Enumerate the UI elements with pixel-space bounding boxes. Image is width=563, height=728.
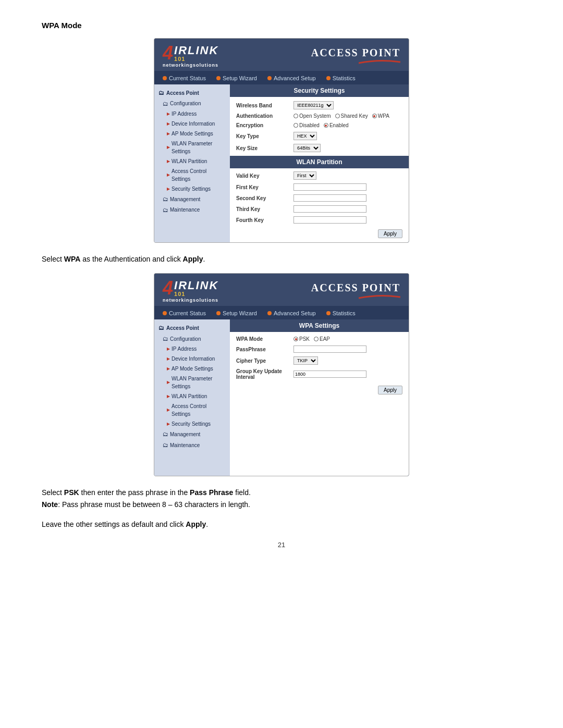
radio-circle-open bbox=[293, 114, 298, 118]
bold-wpa: WPA bbox=[64, 255, 81, 263]
header-right-2: Access Point bbox=[311, 282, 400, 300]
input-second-key[interactable] bbox=[293, 194, 366, 202]
bold-apply-3: Apply bbox=[186, 520, 206, 528]
sidebar-access-control-2[interactable]: ▶ Access Control Settings bbox=[154, 401, 230, 419]
radio-shared-key[interactable]: Shared Key bbox=[335, 113, 368, 119]
sidebar-access-point-2[interactable]: 🗂 Access Point bbox=[154, 323, 230, 334]
sidebar-wlan-params-1[interactable]: ▶ WLAN Parameter Settings bbox=[154, 139, 230, 156]
nav-dot-8 bbox=[326, 311, 331, 315]
input-third-key[interactable] bbox=[293, 205, 366, 213]
label-encryption: Encryption bbox=[236, 122, 293, 128]
input-passphrase[interactable] bbox=[293, 346, 366, 353]
label-key-type: Key Type bbox=[236, 133, 293, 139]
sidebar-wlan-params-2[interactable]: ▶ WLAN Parameter Settings bbox=[154, 374, 230, 391]
folder-icon-3: 🗂 bbox=[163, 195, 168, 204]
nav-label-current-status-1: Current Status bbox=[169, 75, 206, 81]
bold-note: Note bbox=[42, 500, 58, 509]
nav-dot-2 bbox=[216, 76, 221, 80]
sidebar-security-label-1: Security Settings bbox=[172, 185, 211, 193]
input-first-key[interactable] bbox=[293, 183, 366, 191]
sidebar-access-label-2: Access Control Settings bbox=[172, 402, 226, 418]
sidebar-device-info-2[interactable]: ▶ Device Information bbox=[154, 354, 230, 364]
brand-swish-1 bbox=[359, 59, 400, 65]
nav-current-status-2[interactable]: Current Status bbox=[163, 310, 206, 316]
nav-current-status-1[interactable]: Current Status bbox=[163, 75, 206, 81]
field-row-authentication: Authentication Open System Shared Key bbox=[236, 113, 402, 119]
radio-label-wpa: WPA bbox=[378, 113, 389, 119]
nav-advanced-setup-2[interactable]: Advanced Setup bbox=[267, 310, 316, 316]
radio-eap[interactable]: EAP bbox=[314, 336, 330, 342]
radio-psk[interactable]: PSK bbox=[293, 336, 310, 342]
value-wpa-mode: PSK EAP bbox=[293, 336, 402, 342]
select-cipher-type[interactable]: TKIP bbox=[293, 356, 318, 365]
label-cipher-type: Cipher Type bbox=[236, 358, 293, 364]
nav-setup-wizard-2[interactable]: Setup Wizard bbox=[216, 310, 257, 316]
arrow-icon-10: ▶ bbox=[167, 366, 170, 372]
sidebar-security-settings-2[interactable]: ▶ Security Settings bbox=[154, 419, 230, 429]
logo-tagline-2: networkingsolutions bbox=[163, 298, 218, 303]
apply-button-2[interactable]: Apply bbox=[378, 386, 402, 394]
nav-advanced-setup-1[interactable]: Advanced Setup bbox=[267, 75, 316, 81]
router-header-1: 4 IRLINK 101 networkingsolutions Access … bbox=[154, 39, 409, 72]
nav-statistics-2[interactable]: Statistics bbox=[326, 310, 356, 316]
value-key-size: 64Bits bbox=[293, 144, 402, 152]
sidebar-ip-address-1[interactable]: ▶ IP Address bbox=[154, 109, 230, 119]
router-nav-1: Current Status Setup Wizard Advanced Set… bbox=[154, 72, 409, 84]
logo-101-2: 101 bbox=[174, 291, 218, 297]
logo-4-1: 4 bbox=[163, 44, 173, 63]
value-passphrase bbox=[293, 346, 402, 353]
select-wireless-band[interactable]: IEEE80211g bbox=[293, 101, 334, 109]
nav-label-current-status-2: Current Status bbox=[169, 310, 206, 316]
nav-dot-6 bbox=[216, 311, 221, 315]
sidebar-configuration-2[interactable]: 🗂 Configuration bbox=[154, 334, 230, 344]
nav-label-setup-wizard-2: Setup Wizard bbox=[223, 310, 257, 316]
radio-enabled[interactable]: Enabled bbox=[324, 122, 349, 128]
instruction-1: Select WPA as the Authentication and cli… bbox=[42, 253, 521, 265]
sidebar-wlan-partition-2[interactable]: ▶ WLAN Partition bbox=[154, 391, 230, 401]
label-wpa-mode: WPA Mode bbox=[236, 336, 293, 342]
sidebar-wlan-partition-1[interactable]: ▶ WLAN Partition bbox=[154, 156, 230, 166]
value-third-key bbox=[293, 205, 402, 213]
sidebar-security-settings-1[interactable]: ▶ Security Settings bbox=[154, 184, 230, 194]
radio-disabled[interactable]: Disabled bbox=[293, 122, 320, 128]
arrow-icon-4: ▶ bbox=[167, 144, 170, 151]
input-group-key-interval[interactable] bbox=[293, 371, 366, 378]
radio-circle-eap bbox=[314, 337, 319, 341]
bold-passphrase: Pass Phrase bbox=[190, 488, 233, 497]
input-fourth-key[interactable] bbox=[293, 216, 366, 224]
nav-statistics-1[interactable]: Statistics bbox=[326, 75, 356, 81]
router-ui-2: 4 IRLINK 101 networkingsolutions Access … bbox=[154, 273, 409, 476]
arrow-icon-14: ▶ bbox=[167, 421, 170, 427]
select-valid-key[interactable]: First bbox=[293, 171, 316, 180]
tagline-solutions-1: solutions bbox=[193, 63, 218, 68]
sidebar-access-control-1[interactable]: ▶ Access Control Settings bbox=[154, 166, 230, 184]
sidebar-ip-address-2[interactable]: ▶ IP Address bbox=[154, 344, 230, 354]
value-second-key bbox=[293, 194, 402, 202]
panel-body-1: Wireless Band IEEE80211g Authentication bbox=[230, 97, 409, 242]
select-key-size[interactable]: 64Bits bbox=[293, 144, 321, 152]
radio-open-system[interactable]: Open System bbox=[293, 113, 331, 119]
header-right-1: Access Point bbox=[311, 47, 400, 65]
sidebar-ip-label-1: IP Address bbox=[172, 110, 197, 118]
logo-101-1: 101 bbox=[174, 56, 218, 62]
router-content-2: 🗂 Access Point 🗂 Configuration ▶ IP Addr… bbox=[154, 319, 409, 476]
sidebar-ap-label-1: Access Point bbox=[166, 89, 199, 97]
sidebar-configuration-1[interactable]: 🗂 Configuration bbox=[154, 98, 230, 109]
sidebar-access-point-1[interactable]: 🗂 Access Point bbox=[154, 88, 230, 98]
sidebar-ap-mode-2[interactable]: ▶ AP Mode Settings bbox=[154, 364, 230, 374]
arrow-icon-2: ▶ bbox=[167, 121, 170, 127]
wlan-partition-header: WLAN Partition bbox=[230, 156, 409, 168]
nav-setup-wizard-1[interactable]: Setup Wizard bbox=[216, 75, 257, 81]
radio-wpa[interactable]: WPA bbox=[372, 113, 389, 119]
sidebar-maintenance-1[interactable]: 🗂 Maintenance bbox=[154, 205, 230, 216]
sidebar-ap-mode-1[interactable]: ▶ AP Mode Settings bbox=[154, 129, 230, 139]
sidebar-ap-label-2: Access Point bbox=[166, 324, 199, 332]
sidebar-management-2[interactable]: 🗂 Management bbox=[154, 429, 230, 440]
router-main-panel-2: WPA Settings WPA Mode PSK EAP bbox=[230, 319, 409, 476]
sidebar-maintenance-2[interactable]: 🗂 Maintenance bbox=[154, 440, 230, 451]
select-key-type[interactable]: HEX bbox=[293, 132, 317, 140]
sidebar-management-1[interactable]: 🗂 Management bbox=[154, 194, 230, 205]
value-cipher-type: TKIP bbox=[293, 356, 402, 365]
apply-button-1[interactable]: Apply bbox=[378, 229, 402, 238]
sidebar-device-info-1[interactable]: ▶ Device Information bbox=[154, 119, 230, 129]
